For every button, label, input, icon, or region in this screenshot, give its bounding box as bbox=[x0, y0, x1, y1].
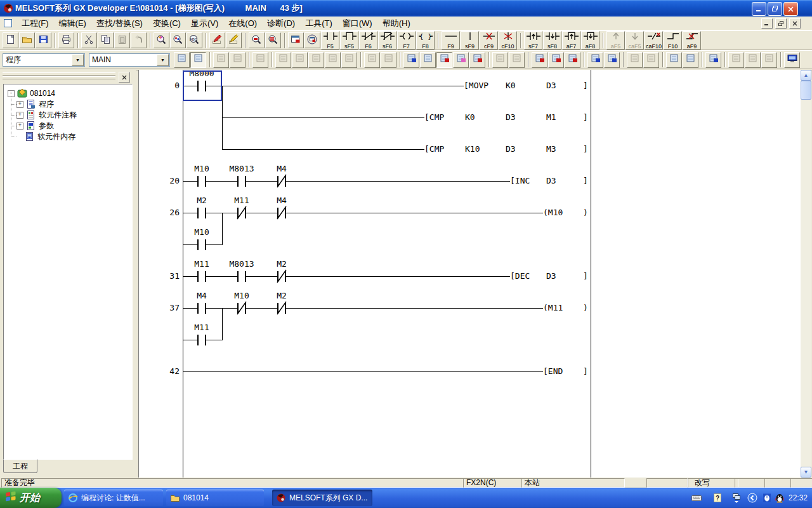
ladder-contact-cell[interactable] bbox=[192, 302, 212, 315]
ladder-instruction[interactable]: [END bbox=[543, 366, 563, 377]
mouse-icon[interactable] bbox=[762, 493, 772, 503]
panel-close-icon[interactable] bbox=[119, 72, 130, 83]
ladder-contact-cell[interactable] bbox=[272, 270, 292, 283]
project-data-list-button[interactable] bbox=[190, 52, 206, 68]
ladder-contact-cell[interactable] bbox=[272, 175, 292, 188]
ladder-device-label[interactable]: M10 bbox=[181, 228, 222, 237]
ladder-contact-cell[interactable] bbox=[232, 270, 252, 283]
cut-button[interactable] bbox=[81, 32, 97, 48]
help-icon[interactable]: ? bbox=[712, 493, 723, 503]
data-type-combo[interactable]: 程序 ▼ bbox=[3, 53, 85, 67]
ladder-device-label[interactable]: M8013 bbox=[221, 260, 262, 269]
tree-item-2[interactable]: +参数 bbox=[16, 121, 54, 131]
device-test-button[interactable] bbox=[565, 52, 580, 68]
ladder-device-label[interactable]: M11 bbox=[181, 260, 222, 269]
scroll-down-icon[interactable]: ▼ bbox=[801, 467, 811, 478]
chevron-down-icon[interactable]: ▼ bbox=[157, 54, 169, 66]
chevron-down-icon[interactable]: ▼ bbox=[72, 54, 84, 66]
ladder-device-label[interactable]: M2 bbox=[181, 196, 222, 205]
statement-display-button[interactable] bbox=[420, 52, 436, 68]
menu-item-9[interactable]: 帮助(H) bbox=[377, 17, 416, 30]
write-to-plc-button[interactable] bbox=[532, 52, 547, 68]
ladder-symbol-pulse-up-button[interactable]: sF7 bbox=[524, 31, 542, 50]
tree-item-label[interactable]: 参数 bbox=[39, 121, 54, 131]
find-string-button[interactable]: ABC bbox=[187, 32, 202, 48]
ladder-operand[interactable]: D3 bbox=[506, 144, 516, 154]
ladder-instruction[interactable]: [MOVP bbox=[464, 81, 488, 91]
ladder-contact-cell[interactable] bbox=[192, 206, 212, 220]
ladder-operand[interactable]: M3 bbox=[546, 144, 556, 154]
find-button[interactable] bbox=[154, 32, 169, 48]
zoom-out-button[interactable] bbox=[249, 32, 265, 48]
taskbar-task-2[interactable]: MELSOFT系列 GX D... bbox=[272, 490, 372, 506]
open-button[interactable] bbox=[19, 32, 35, 48]
expand-toggle-icon[interactable]: + bbox=[16, 123, 23, 130]
window-refresh-button[interactable] bbox=[304, 32, 320, 48]
ladder-operand[interactable]: M1 bbox=[546, 112, 556, 123]
panel-grab-handle[interactable] bbox=[3, 76, 115, 79]
ladder-symbol-line-draw-button[interactable]: F10 bbox=[664, 31, 682, 50]
ladder-contact-cell[interactable] bbox=[192, 175, 212, 188]
ladder-device-label[interactable]: M10 bbox=[221, 291, 262, 300]
minimize-button[interactable] bbox=[752, 2, 766, 16]
ladder-contact-cell[interactable] bbox=[232, 206, 252, 220]
qq-icon[interactable] bbox=[775, 493, 785, 503]
ladder-symbol-line-del-button[interactable]: aF9 bbox=[683, 31, 701, 50]
ladder-contact-cell[interactable] bbox=[232, 302, 252, 315]
menu-item-2[interactable]: 查找/替换(S) bbox=[91, 17, 148, 30]
ladder-instruction[interactable]: [CMP bbox=[424, 112, 444, 123]
ladder-symbol-nc-button[interactable]: F6 bbox=[359, 31, 377, 50]
ladder-symbol-no-p-button[interactable]: sF5 bbox=[340, 31, 358, 50]
ladder-device-label[interactable]: M2 bbox=[261, 260, 302, 269]
ladder-symbol-button[interactable] bbox=[174, 52, 190, 68]
ladder-editor[interactable]: 0M8000[MOVPK0D3][CMPK0D3M1][CMPK10D3M3]2… bbox=[138, 70, 801, 478]
ladder-coil[interactable]: (M10 bbox=[543, 208, 563, 218]
ladder-contact-cell[interactable] bbox=[272, 302, 292, 315]
ladder-operand[interactable]: D3 bbox=[506, 112, 516, 123]
menu-item-7[interactable]: 工具(T) bbox=[300, 17, 337, 30]
ladder-symbol-hline-button[interactable]: F9 bbox=[442, 31, 460, 50]
instruction-find-button[interactable] bbox=[469, 52, 485, 68]
tree-item-3[interactable]: 软元件内存 bbox=[16, 131, 75, 142]
close-button[interactable] bbox=[783, 2, 798, 16]
mdi-minimize-button[interactable] bbox=[761, 18, 773, 29]
ladder-operand[interactable]: K10 bbox=[465, 144, 480, 154]
ladder-symbol-app-button[interactable]: { }F8 bbox=[416, 31, 435, 50]
entry-monitor-window-button[interactable] bbox=[784, 52, 800, 68]
tree-item-label[interactable]: 程序 bbox=[39, 99, 54, 110]
tree-item-label[interactable]: 软元件内存 bbox=[37, 131, 75, 142]
expand-toggle-icon[interactable]: + bbox=[16, 101, 23, 108]
ladder-device-label[interactable]: M4 bbox=[261, 164, 302, 173]
program-block-combo[interactable]: MAIN ▼ bbox=[89, 53, 170, 67]
ladder-symbol-no-button[interactable]: F5 bbox=[321, 31, 339, 50]
note-edit-button[interactable] bbox=[436, 52, 452, 68]
window-tile-button[interactable] bbox=[288, 32, 304, 48]
jump-source-button[interactable] bbox=[666, 52, 682, 68]
tree-item-label[interactable]: 软元件注释 bbox=[39, 110, 77, 121]
ladder-symbol-nc-p-button[interactable]: sF6 bbox=[378, 31, 396, 50]
tab-project[interactable]: 工程 bbox=[3, 459, 37, 473]
taskbar-task-0[interactable]: 编程讨论: 让数值... bbox=[64, 490, 163, 506]
ladder-instruction[interactable]: [DEC bbox=[510, 271, 530, 281]
scroll-up-icon[interactable]: ▲ bbox=[801, 70, 811, 81]
menu-item-8[interactable]: 窗口(W) bbox=[337, 17, 377, 30]
new-button[interactable] bbox=[3, 32, 18, 48]
device-comment-edit-button[interactable] bbox=[209, 32, 225, 48]
ladder-contact-cell[interactable] bbox=[192, 270, 212, 283]
ladder-monitor-button[interactable] bbox=[548, 52, 564, 68]
keyboard-icon[interactable] bbox=[691, 493, 702, 503]
ladder-contact-cell[interactable] bbox=[272, 206, 292, 220]
print-button[interactable] bbox=[58, 32, 74, 48]
ladder-instruction[interactable]: [CMP bbox=[424, 144, 444, 154]
restore-button[interactable] bbox=[768, 2, 782, 16]
monitor-condition-button[interactable] bbox=[604, 52, 620, 68]
tree-root-row[interactable]: -081014 bbox=[8, 88, 55, 98]
ladder-device-label[interactable]: M11 bbox=[181, 323, 222, 332]
menu-item-0[interactable]: 工程(F) bbox=[16, 17, 54, 30]
ladder-coil[interactable]: (M11 bbox=[543, 303, 563, 313]
tree-item-0[interactable]: +程序 bbox=[16, 99, 54, 109]
ladder-symbol-hline-del-button[interactable]: cF9 bbox=[480, 31, 498, 50]
save-button[interactable] bbox=[36, 32, 51, 48]
start-button[interactable]: 开始 bbox=[0, 488, 62, 508]
vertical-scrollbar[interactable]: ▲ ▼ bbox=[801, 70, 811, 478]
